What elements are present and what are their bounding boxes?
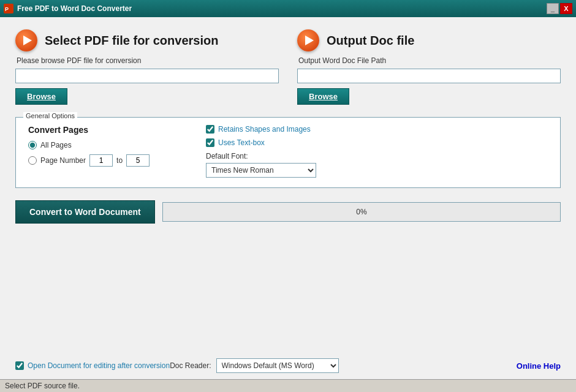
retains-shapes-label: Retains Shapes and Images: [218, 125, 311, 134]
doc-reader-label: Doc Reader:: [170, 361, 211, 370]
right-play-icon: [297, 29, 319, 51]
online-help-link[interactable]: Online Help: [517, 361, 561, 371]
top-section: Select PDF file for conversion Please br…: [15, 29, 561, 105]
page-to-input[interactable]: [126, 154, 150, 167]
convert-area: Convert to Word Document 0%: [15, 200, 561, 224]
options-left: Convert Pages All Pages Page Number to: [28, 125, 181, 178]
page-number-radio[interactable]: [28, 156, 37, 165]
open-doc-row: Open Document for editing after conversi…: [15, 361, 170, 370]
uses-textbox-checkbox[interactable]: [206, 138, 214, 147]
svg-text:P: P: [5, 6, 9, 12]
progress-text: 0%: [356, 208, 366, 216]
all-pages-radio[interactable]: [28, 141, 37, 149]
default-font-label: Default Font:: [206, 152, 548, 160]
title-bar-left: P Free PDF to Word Doc Converter: [4, 4, 132, 13]
content-area: Select PDF file for conversion Please br…: [0, 17, 576, 358]
minimize-button[interactable]: _: [547, 3, 559, 14]
convert-button[interactable]: Convert to Word Document: [15, 200, 155, 224]
browse-pdf-button[interactable]: Browse: [15, 88, 67, 105]
app-icon: P: [4, 4, 13, 13]
browse-output-button[interactable]: Browse: [297, 88, 349, 105]
uses-textbox-row: Uses Text-box: [206, 138, 548, 147]
page-number-row: Page Number to: [28, 154, 181, 167]
play-triangle-right: [305, 36, 314, 45]
left-play-icon: [15, 29, 37, 51]
font-select[interactable]: Times New Roman Arial Courier New Calibr…: [206, 163, 316, 178]
retains-shapes-row: Retains Shapes and Images: [206, 125, 548, 134]
progress-bar-container: 0%: [162, 202, 561, 222]
convert-pages-label: Convert Pages: [28, 125, 181, 135]
right-section-title: Output Doc file: [327, 34, 414, 48]
options-right: Retains Shapes and Images Uses Text-box …: [206, 125, 548, 178]
page-from-input[interactable]: [89, 154, 113, 167]
title-buttons: _ X: [547, 3, 572, 14]
play-triangle-left: [23, 36, 32, 45]
options-inner: Convert Pages All Pages Page Number to: [28, 125, 548, 178]
left-column: Select PDF file for conversion Please br…: [15, 29, 279, 105]
bottom-row: Open Document for editing after conversi…: [0, 358, 576, 373]
left-section-header: Select PDF file for conversion: [15, 29, 279, 51]
radio-group: All Pages Page Number to: [28, 141, 181, 167]
options-legend: General Options: [23, 112, 77, 119]
doc-reader-select[interactable]: Windows Default (MS Word) Adobe Reader O…: [216, 358, 339, 373]
window-title: Free PDF to Word Doc Converter: [17, 4, 132, 13]
status-text: Select PDF source file.: [5, 382, 80, 390]
output-file-input[interactable]: [297, 69, 561, 83]
right-section-desc: Output Word Doc File Path: [298, 56, 561, 65]
all-pages-label: All Pages: [40, 141, 72, 149]
open-doc-label: Open Document for editing after conversi…: [28, 361, 170, 370]
retains-shapes-checkbox[interactable]: [206, 125, 214, 134]
page-range: to: [89, 154, 150, 167]
window-body: Select PDF file for conversion Please br…: [0, 17, 576, 392]
all-pages-row: All Pages: [28, 141, 181, 149]
left-section-title: Select PDF file for conversion: [45, 34, 218, 48]
uses-textbox-label: Uses Text-box: [218, 138, 265, 147]
close-button[interactable]: X: [560, 3, 572, 14]
status-bar: Select PDF source file.: [0, 379, 576, 392]
page-number-label: Page Number: [40, 156, 86, 165]
right-section-header: Output Doc file: [297, 29, 561, 51]
open-doc-checkbox[interactable]: [15, 361, 24, 370]
general-options-group: General Options Convert Pages All Pages …: [15, 117, 561, 188]
pdf-file-input[interactable]: [15, 69, 279, 83]
doc-reader-row: Doc Reader: Windows Default (MS Word) Ad…: [170, 358, 338, 373]
page-range-to: to: [116, 156, 123, 165]
right-column: Output Doc file Output Word Doc File Pat…: [297, 29, 561, 105]
left-section-desc: Please browse PDF file for conversion: [17, 56, 279, 65]
title-bar: P Free PDF to Word Doc Converter _ X: [0, 0, 576, 17]
